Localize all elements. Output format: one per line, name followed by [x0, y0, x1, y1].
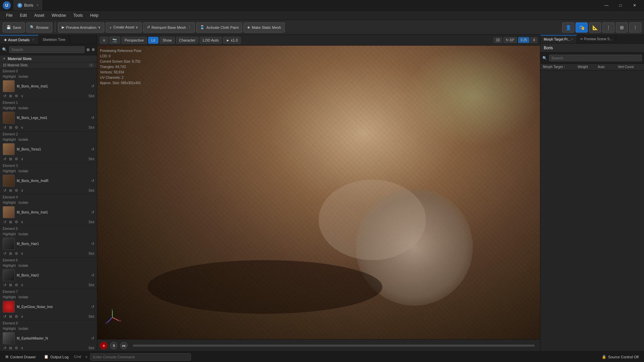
- tab-preview-scene[interactable]: ✏ Preview Scene S...: [577, 35, 616, 43]
- save-button[interactable]: 💾 Save: [3, 22, 25, 33]
- material-reset-7[interactable]: ↺: [91, 305, 94, 309]
- material-thumb-0[interactable]: [3, 80, 15, 92]
- material-reset-3[interactable]: ↺: [91, 179, 94, 183]
- mat-ctrl-down-8[interactable]: ∨: [20, 346, 24, 350]
- highlight-btn-2[interactable]: Highlight: [3, 138, 16, 141]
- menu-window[interactable]: Window: [48, 12, 69, 19]
- activate-cloth-button[interactable]: 🧵 Activate Cloth Paint: [196, 22, 242, 33]
- character-mode-button[interactable]: 👤: [562, 22, 574, 33]
- more-options-button[interactable]: ⋮: [602, 22, 614, 33]
- mat-ctrl-down-5[interactable]: ∨: [20, 251, 24, 256]
- mat-ctrl-down-6[interactable]: ∨: [20, 283, 24, 287]
- mat-ctrl-refresh-2[interactable]: ↺: [3, 157, 7, 161]
- metric-4[interactable]: 4: [531, 37, 537, 43]
- viewport-canvas[interactable]: Previewing Reference Pose LOD: 0 Current…: [97, 46, 540, 339]
- browse-button[interactable]: 🔍 Browse: [26, 22, 52, 33]
- record-button[interactable]: ⏺: [100, 342, 107, 349]
- highlight-btn-4[interactable]: Highlight: [3, 201, 16, 204]
- mat-ctrl-refresh-7[interactable]: ↺: [3, 314, 7, 319]
- mat-ctrl-refresh-1[interactable]: ↺: [3, 125, 7, 130]
- highlight-btn-5[interactable]: Highlight: [3, 232, 16, 236]
- isolate-btn-6[interactable]: Isolate: [18, 264, 28, 267]
- material-thumb-7[interactable]: [3, 301, 15, 313]
- menu-edit[interactable]: Edit: [16, 12, 30, 19]
- next-frame-button[interactable]: ⏭: [120, 342, 127, 349]
- material-reset-4[interactable]: ↺: [91, 210, 94, 215]
- minimize-button[interactable]: —: [600, 0, 613, 11]
- mat-ctrl-settings-4[interactable]: ⚙: [14, 220, 19, 224]
- extra-button[interactable]: ⋮: [629, 22, 641, 33]
- material-reset-8[interactable]: ↺: [91, 336, 94, 341]
- isolate-btn-5[interactable]: Isolate: [18, 232, 28, 236]
- material-reset-1[interactable]: ↺: [91, 116, 94, 120]
- mat-ctrl-grid-5[interactable]: ⊞: [8, 251, 13, 256]
- isolate-btn-7[interactable]: Isolate: [18, 295, 28, 299]
- morph-search-input[interactable]: [549, 55, 642, 61]
- mat-ctrl-refresh-4[interactable]: ↺: [3, 220, 7, 224]
- output-log-button[interactable]: 📋 Output Log: [41, 354, 71, 360]
- mat-ctrl-refresh-8[interactable]: ↺: [3, 346, 7, 350]
- close-button[interactable]: ✕: [628, 0, 641, 11]
- isolate-btn-0[interactable]: Isolate: [18, 75, 28, 78]
- isolate-btn-3[interactable]: Isolate: [18, 169, 28, 173]
- filter-icon[interactable]: ⚙: [92, 48, 95, 52]
- mat-ctrl-down-7[interactable]: ∨: [20, 314, 24, 319]
- layout-button[interactable]: ⊞: [616, 22, 628, 33]
- highlight-btn-0[interactable]: Highlight: [3, 75, 16, 78]
- tab-skeleton-tree[interactable]: Skeleton Tree: [39, 35, 70, 44]
- material-thumb-2[interactable]: [3, 143, 15, 155]
- make-static-mesh-button[interactable]: ◈ Make Static Mesh: [244, 22, 284, 33]
- source-control-button[interactable]: 🔒 Source Control Off: [599, 354, 641, 360]
- mat-ctrl-grid-8[interactable]: ⊞: [8, 346, 13, 350]
- highlight-btn-8[interactable]: Highlight: [3, 327, 16, 330]
- create-asset-button[interactable]: + Create Asset ∨: [106, 22, 142, 33]
- boris-tab[interactable]: B Boris ×: [13, 0, 43, 10]
- material-thumb-8[interactable]: [3, 332, 15, 344]
- material-reset-2[interactable]: ↺: [91, 147, 94, 152]
- material-reset-5[interactable]: ↺: [91, 242, 94, 246]
- reimport-button[interactable]: ↺ Reimport Base Mesh ⋮: [143, 22, 195, 33]
- asset-details-close[interactable]: ×: [32, 38, 34, 42]
- left-search-input[interactable]: [9, 46, 85, 53]
- mat-ctrl-down-3[interactable]: ∨: [20, 188, 24, 193]
- character-btn[interactable]: Character: [176, 37, 198, 44]
- isolate-btn-8[interactable]: Isolate: [18, 327, 28, 330]
- tab-asset-details[interactable]: ◈ Asset Details ×: [0, 35, 39, 44]
- mat-ctrl-settings-6[interactable]: ⚙: [14, 283, 19, 287]
- menu-help[interactable]: Help: [87, 12, 102, 19]
- mat-ctrl-down-2[interactable]: ∨: [20, 157, 24, 161]
- menu-asset[interactable]: Asset: [31, 12, 48, 19]
- show-btn[interactable]: Show: [160, 37, 175, 44]
- material-thumb-5[interactable]: [3, 238, 15, 250]
- timeline-bar[interactable]: [133, 345, 535, 347]
- mat-ctrl-settings-3[interactable]: ⚙: [14, 188, 19, 193]
- content-drawer-button[interactable]: ⊞ Content Drawer: [3, 354, 39, 360]
- play-btn[interactable]: ► x1.0: [223, 37, 241, 44]
- mat-ctrl-down-1[interactable]: ∨: [20, 125, 24, 130]
- mat-ctrl-grid-1[interactable]: ⊞: [8, 125, 13, 130]
- camera-btn[interactable]: 📷: [109, 37, 120, 44]
- mat-ctrl-grid-3[interactable]: ⊞: [8, 188, 13, 193]
- hamburger-btn[interactable]: ≡: [100, 37, 108, 44]
- material-thumb-1[interactable]: [3, 112, 15, 124]
- isolate-btn-4[interactable]: Isolate: [18, 201, 28, 204]
- view-options-icon[interactable]: ⊞: [87, 48, 90, 52]
- section-collapse-arrow[interactable]: ▼: [3, 57, 6, 60]
- mat-ctrl-refresh-3[interactable]: ↺: [3, 188, 7, 193]
- material-reset-6[interactable]: ↺: [91, 273, 94, 278]
- pause-button[interactable]: ⏸: [110, 342, 117, 349]
- highlight-btn-6[interactable]: Highlight: [3, 264, 16, 267]
- console-input[interactable]: [93, 355, 188, 359]
- material-thumb-3[interactable]: [3, 175, 15, 187]
- perspective-btn[interactable]: Perspective: [121, 37, 147, 44]
- material-thumb-4[interactable]: [3, 206, 15, 218]
- highlight-btn-3[interactable]: Highlight: [3, 169, 16, 173]
- highlight-btn-1[interactable]: Highlight: [3, 106, 16, 110]
- mat-ctrl-refresh-5[interactable]: ↺: [3, 251, 7, 256]
- mat-ctrl-grid-0[interactable]: ⊞: [8, 94, 13, 98]
- material-reset-0[interactable]: ↺: [91, 84, 94, 88]
- mat-ctrl-settings-0[interactable]: ⚙: [14, 94, 19, 98]
- maximize-button[interactable]: □: [614, 0, 627, 11]
- tab-morph-target[interactable]: Morph Target Pr... ×: [540, 35, 577, 43]
- highlight-btn-7[interactable]: Highlight: [3, 295, 16, 299]
